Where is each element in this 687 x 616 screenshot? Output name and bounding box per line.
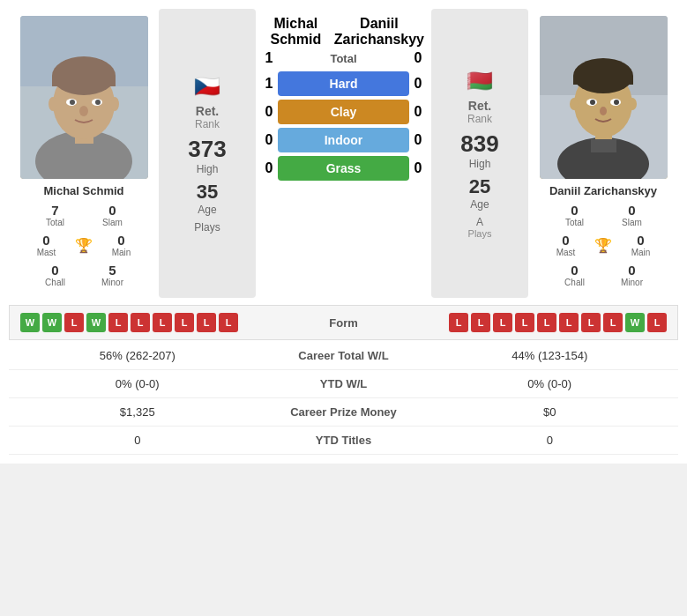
player1-age-panel: 35 Age [197,181,218,216]
prize-right: $0 [432,405,668,419]
player1-minor: 5 Minor [93,263,132,287]
player1-main: 0 Main [101,233,141,257]
total-row: 1 Total 0 [260,50,427,66]
form-badge-left: L [64,313,84,332]
form-badge-left: W [86,313,106,332]
trophy-icon-right: 🏆 [594,237,612,254]
player2-age-panel: 25 Age [469,175,490,211]
form-badge-left: L [197,313,216,332]
player1-total: 7 Total [35,203,75,227]
form-label: Form [291,316,397,330]
player2-main: 0 Main [621,233,661,257]
player2-mast: 0 Mast [546,233,586,257]
ytd-wl-row: 0% (0-0) YTD W/L 0% (0-0) [9,370,678,398]
player1-high-panel: 373 High [188,136,226,175]
player1-photo [20,16,148,179]
career-wl-right: 44% (123-154) [432,349,668,362]
player1-card: Michal Schmid 7 Total 0 Slam 0 Mast [9,9,159,298]
trophy-icon-left: 🏆 [75,237,93,254]
player2-high-panel: 839 High [460,130,498,170]
form-badge-right: L [559,313,579,332]
player2-chall: 0 Chall [555,263,594,287]
player2-minor: 0 Minor [612,263,652,287]
career-wl-label: Career Total W/L [256,349,432,362]
indoor-row: 0 Indoor 0 [260,128,427,152]
form-badge-right: L [603,313,623,332]
ytd-wl-left: 0% (0-0) [19,377,256,390]
form-badge-right: L [647,313,667,332]
form-badge-left: L [219,313,238,332]
form-badge-left: L [108,313,128,332]
players-section: Michal Schmid 7 Total 0 Slam 0 Mast [9,9,678,298]
form-badge-left: L [131,313,150,332]
svg-rect-28 [591,139,616,152]
titles-label: YTD Titles [256,434,432,447]
form-badge-left: L [175,313,194,332]
titles-left: 0 [19,434,256,447]
player2-name-top: Daniil Zarichanskyy [332,16,427,47]
svg-point-25 [600,107,607,115]
form-badge-right: L [537,313,556,332]
form-badge-right: L [471,313,490,332]
player2-card: Daniil Zarichanskyy 0 Total 0 Slam 0 Ma [528,9,678,298]
svg-point-23 [590,100,595,105]
player1-name: Michal Schmid [43,184,123,197]
player2-slam: 0 Slam [612,203,652,227]
career-wl-left: 56% (262-207) [19,349,256,362]
prize-left: $1,325 [19,405,256,419]
player2-total: 0 Total [555,203,594,227]
prize-label: Career Prize Money [256,405,432,419]
form-badge-right: L [449,313,468,332]
player2-rank-panel: Ret. Rank [467,99,492,125]
hard-row: 1 Hard 0 [260,71,427,96]
form-badge-right: L [493,313,512,332]
svg-point-26 [570,98,579,110]
player1-name-top: Michal Schmid [260,16,332,47]
titles-row: 0 YTD Titles 0 [9,427,678,455]
player2-flag: 🇧🇾 [467,69,493,93]
svg-point-12 [49,97,57,111]
svg-point-27 [628,98,637,110]
svg-point-10 [95,100,101,105]
svg-rect-20 [573,76,633,85]
form-badge-right: W [625,313,645,332]
surfaces-panel: Michal Schmid Daniil Zarichanskyy 1 Tota… [256,9,431,298]
player1-stats-panel: 🇨🇿 Ret. Rank 373 High 35 Age Plays [159,9,256,298]
player2-plays-panel: A Plays [468,216,492,239]
svg-point-9 [70,100,75,105]
form-badge-right: L [581,313,601,332]
form-left: WWLWLLLLLL [20,313,291,332]
ytd-wl-right: 0% (0-0) [432,377,668,390]
player1-mast: 0 Mast [26,233,66,257]
form-section: WWLWLLLLLL Form LLLLLLLLWL [9,305,678,340]
titles-right: 0 [432,434,668,447]
player2-stats-panel: 🇧🇾 Ret. Rank 839 High 25 Age A Plays [431,9,528,298]
player1-plays-panel: Plays [194,221,220,234]
svg-rect-6 [52,76,116,86]
player2-name: Daniil Zarichanskyy [549,184,657,197]
form-badge-left: W [42,313,62,332]
player1-slam: 0 Slam [93,203,132,227]
svg-point-13 [110,97,119,111]
player2-photo [540,16,668,179]
form-badge-left: L [153,313,172,332]
player1-chall: 0 Chall [35,263,75,287]
player1-rank-panel: Ret. Rank [195,104,220,130]
svg-point-24 [614,100,619,105]
form-right: LLLLLLLLWL [397,313,668,332]
prize-row: $1,325 Career Prize Money $0 [9,398,678,427]
clay-row: 0 Clay 0 [260,100,427,124]
career-wl-row: 56% (262-207) Career Total W/L 44% (123-… [9,342,678,370]
player1-flag: 🇨🇿 [194,74,220,99]
main-container: Michal Schmid 7 Total 0 Slam 0 Mast [0,0,687,464]
form-badge-left: W [20,313,40,332]
grass-row: 0 Grass 0 [260,156,427,181]
ytd-wl-label: YTD W/L [256,377,432,390]
svg-point-11 [79,106,88,116]
form-badge-right: L [515,313,534,332]
